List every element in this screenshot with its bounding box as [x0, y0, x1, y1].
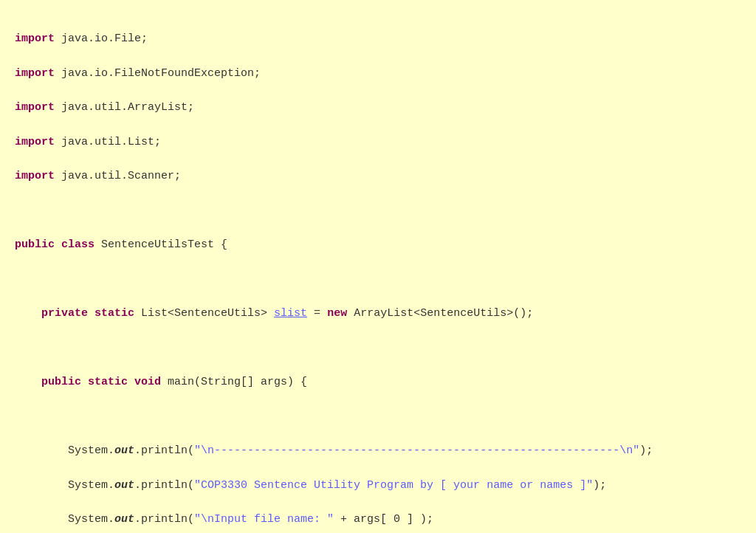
line-11: public static void main(String[] args) { [15, 374, 741, 391]
import-keyword-3: import [15, 101, 55, 114]
class-keyword: class [61, 238, 94, 251]
private-keyword: private [41, 307, 88, 320]
import-keyword: import [15, 32, 55, 45]
import-keyword-5: import [15, 170, 55, 182]
line-1: import java.io.File; [15, 30, 741, 47]
line-2: import java.io.FileNotFoundException; [15, 65, 741, 82]
str-2: "COP3330 Sentence Utility Program by [ y… [194, 479, 593, 492]
line-10 [15, 340, 741, 357]
line-8 [15, 271, 741, 288]
line-4: import java.util.List; [15, 134, 741, 151]
line-15: System.out.println("\nInput file name: "… [15, 511, 741, 528]
import-keyword-4: import [15, 136, 55, 148]
str-3: "\nInput file name: " [194, 513, 334, 526]
static-keyword-2: static [88, 376, 128, 388]
code-editor: import java.io.File; import java.io.File… [15, 13, 741, 533]
void-keyword: void [134, 376, 161, 388]
line-5: import java.util.Scanner; [15, 168, 741, 185]
line-6 [15, 202, 741, 219]
line-9: private static List<SentenceUtils> slist… [15, 305, 741, 322]
out-field-3: out [114, 513, 134, 526]
public-keyword: public [15, 238, 55, 251]
line-3: import java.util.ArrayList; [15, 99, 741, 116]
static-keyword: static [94, 307, 134, 320]
import-keyword-2: import [15, 67, 55, 80]
str-1: "\n-------------------------------------… [194, 444, 639, 457]
line-14: System.out.println("COP3330 Sentence Uti… [15, 477, 741, 494]
line-13: System.out.println("\n------------------… [15, 442, 741, 459]
out-field-2: out [114, 479, 134, 492]
out-field: out [114, 444, 134, 457]
slist-var: slist [274, 307, 307, 320]
line-7: public class SentenceUtilsTest { [15, 236, 741, 253]
new-keyword: new [327, 307, 347, 320]
line-12 [15, 408, 741, 425]
public-keyword-2: public [41, 376, 81, 388]
